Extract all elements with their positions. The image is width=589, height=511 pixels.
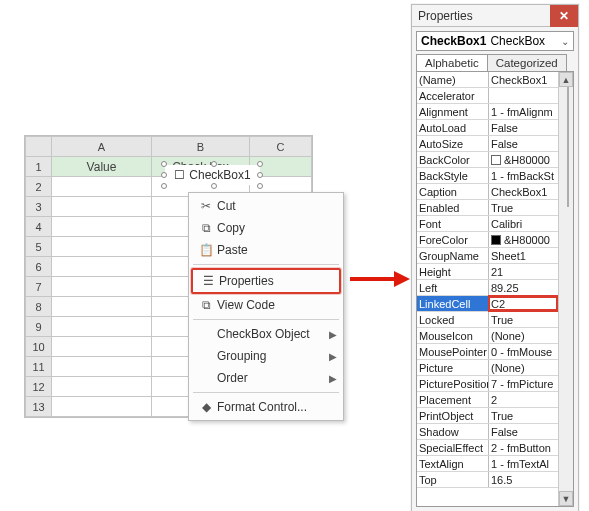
property-row[interactable]: EnabledTrue bbox=[417, 200, 558, 216]
object-selector[interactable]: CheckBox1 CheckBox ⌄ bbox=[416, 31, 574, 51]
select-all-corner[interactable] bbox=[26, 137, 52, 157]
property-row[interactable]: AutoLoadFalse bbox=[417, 120, 558, 136]
property-row[interactable]: Picture(None) bbox=[417, 360, 558, 376]
scrollbar-vertical[interactable]: ▲ ▼ bbox=[558, 72, 573, 506]
resize-handle[interactable] bbox=[257, 161, 263, 167]
property-row[interactable]: Height21 bbox=[417, 264, 558, 280]
row-header-1[interactable]: 1 bbox=[26, 157, 52, 177]
resize-handle[interactable] bbox=[211, 161, 217, 167]
property-row[interactable]: Top16.5 bbox=[417, 472, 558, 488]
property-value[interactable]: False bbox=[489, 136, 558, 151]
property-value[interactable]: &H80000 bbox=[489, 152, 558, 167]
property-row[interactable]: Accelerator bbox=[417, 88, 558, 104]
property-row[interactable]: PicturePosition7 - fmPicture bbox=[417, 376, 558, 392]
resize-handle[interactable] bbox=[257, 172, 263, 178]
tab-alphabetic[interactable]: Alphabetic bbox=[416, 54, 488, 71]
row-header-10[interactable]: 10 bbox=[26, 337, 52, 357]
property-value[interactable]: True bbox=[489, 312, 558, 327]
property-row[interactable]: Placement2 bbox=[417, 392, 558, 408]
resize-handle[interactable] bbox=[161, 161, 167, 167]
property-value[interactable]: 16.5 bbox=[489, 472, 558, 487]
menu-view-code[interactable]: ⧉View Code bbox=[191, 294, 341, 316]
property-row[interactable]: ForeColor&H80000 bbox=[417, 232, 558, 248]
property-value[interactable]: 2 bbox=[489, 392, 558, 407]
property-row[interactable]: SpecialEffect2 - fmButton bbox=[417, 440, 558, 456]
property-name: PicturePosition bbox=[417, 376, 489, 391]
property-value[interactable]: False bbox=[489, 424, 558, 439]
property-row[interactable]: TextAlign1 - fmTextAl bbox=[417, 456, 558, 472]
cell-A1[interactable]: Value bbox=[52, 157, 152, 177]
scroll-thumb[interactable] bbox=[567, 87, 569, 207]
property-value[interactable]: True bbox=[489, 200, 558, 215]
property-row[interactable]: LockedTrue bbox=[417, 312, 558, 328]
property-row[interactable]: Left89.25 bbox=[417, 280, 558, 296]
property-value[interactable]: 21 bbox=[489, 264, 558, 279]
row-header-3[interactable]: 3 bbox=[26, 197, 52, 217]
row-header-7[interactable]: 7 bbox=[26, 277, 52, 297]
property-row[interactable]: MousePointer0 - fmMouse bbox=[417, 344, 558, 360]
scroll-up-button[interactable]: ▲ bbox=[559, 72, 573, 87]
property-value[interactable]: 1 - fmBackSt bbox=[489, 168, 558, 183]
property-value[interactable]: 1 - fmAlignm bbox=[489, 104, 558, 119]
row-header-8[interactable]: 8 bbox=[26, 297, 52, 317]
menu-checkbox-object[interactable]: CheckBox Object▶ bbox=[191, 323, 341, 345]
cell-A2[interactable] bbox=[52, 177, 152, 197]
property-value[interactable]: &H80000 bbox=[489, 232, 558, 247]
menu-order[interactable]: Order▶ bbox=[191, 367, 341, 389]
close-button[interactable]: ✕ bbox=[550, 5, 578, 27]
scroll-down-button[interactable]: ▼ bbox=[559, 491, 573, 506]
property-row[interactable]: (Name)CheckBox1 bbox=[417, 72, 558, 88]
row-header-4[interactable]: 4 bbox=[26, 217, 52, 237]
property-row[interactable]: AutoSizeFalse bbox=[417, 136, 558, 152]
menu-cut[interactable]: ✂Cut bbox=[191, 195, 341, 217]
property-value[interactable]: CheckBox1 bbox=[489, 72, 558, 87]
row-header-12[interactable]: 12 bbox=[26, 377, 52, 397]
property-value[interactable]: C2 bbox=[489, 296, 558, 311]
menu-properties[interactable]: ☰Properties bbox=[191, 268, 341, 294]
property-value[interactable]: True bbox=[489, 408, 558, 423]
property-value[interactable]: 1 - fmTextAl bbox=[489, 456, 558, 471]
col-header-C[interactable]: C bbox=[250, 137, 312, 157]
col-header-A[interactable]: A bbox=[52, 137, 152, 157]
menu-copy[interactable]: ⧉Copy bbox=[191, 217, 341, 239]
property-value[interactable]: 2 - fmButton bbox=[489, 440, 558, 455]
property-value[interactable]: 7 - fmPicture bbox=[489, 376, 558, 391]
menu-format-control[interactable]: ◆Format Control... bbox=[191, 396, 341, 418]
row-header-5[interactable]: 5 bbox=[26, 237, 52, 257]
property-value[interactable]: CheckBox1 bbox=[489, 184, 558, 199]
row-header-6[interactable]: 6 bbox=[26, 257, 52, 277]
property-value[interactable]: False bbox=[489, 120, 558, 135]
menu-paste[interactable]: 📋Paste bbox=[191, 239, 341, 261]
row-header-13[interactable]: 13 bbox=[26, 397, 52, 417]
property-row[interactable]: FontCalibri bbox=[417, 216, 558, 232]
property-row[interactable]: LinkedCellC2 bbox=[417, 296, 558, 312]
property-row[interactable]: BackStyle1 - fmBackSt bbox=[417, 168, 558, 184]
property-value[interactable]: (None) bbox=[489, 360, 558, 375]
property-row[interactable]: Alignment1 - fmAlignm bbox=[417, 104, 558, 120]
property-value[interactable]: (None) bbox=[489, 328, 558, 343]
resize-handle[interactable] bbox=[257, 183, 263, 189]
property-row[interactable]: MouseIcon(None) bbox=[417, 328, 558, 344]
resize-handle[interactable] bbox=[161, 172, 167, 178]
checkbox-control[interactable]: ☐CheckBox1 bbox=[165, 165, 260, 185]
property-value[interactable]: 0 - fmMouse bbox=[489, 344, 558, 359]
tab-categorized[interactable]: Categorized bbox=[487, 54, 567, 71]
row-header-2[interactable]: 2 bbox=[26, 177, 52, 197]
property-row[interactable]: GroupNameSheet1 bbox=[417, 248, 558, 264]
property-row[interactable]: BackColor&H80000 bbox=[417, 152, 558, 168]
property-value[interactable]: 89.25 bbox=[489, 280, 558, 295]
menu-grouping[interactable]: Grouping▶ bbox=[191, 345, 341, 367]
property-row[interactable]: CaptionCheckBox1 bbox=[417, 184, 558, 200]
row-header-9[interactable]: 9 bbox=[26, 317, 52, 337]
resize-handle[interactable] bbox=[161, 183, 167, 189]
resize-handle[interactable] bbox=[211, 183, 217, 189]
property-value[interactable]: Calibri bbox=[489, 216, 558, 231]
property-value[interactable] bbox=[489, 88, 558, 103]
property-name: GroupName bbox=[417, 248, 489, 263]
property-row[interactable]: PrintObjectTrue bbox=[417, 408, 558, 424]
col-header-B[interactable]: B bbox=[152, 137, 250, 157]
row-header-11[interactable]: 11 bbox=[26, 357, 52, 377]
property-row[interactable]: ShadowFalse bbox=[417, 424, 558, 440]
property-grid[interactable]: (Name)CheckBox1AcceleratorAlignment1 - f… bbox=[417, 72, 558, 506]
property-value[interactable]: Sheet1 bbox=[489, 248, 558, 263]
